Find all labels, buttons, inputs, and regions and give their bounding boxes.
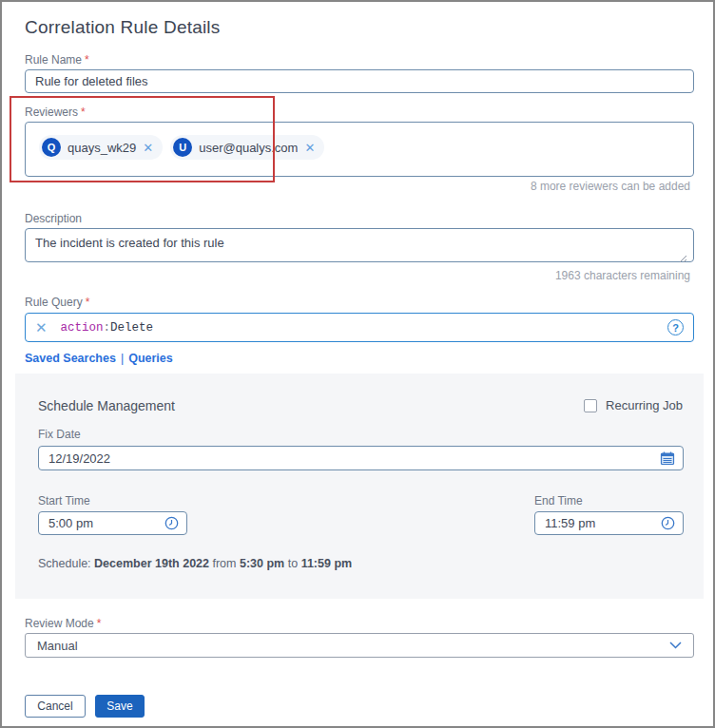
rule-name-label: Rule Name* [25, 53, 89, 67]
schedule-end: 11:59 pm [301, 557, 353, 570]
recurring-job-checkbox[interactable] [584, 399, 597, 412]
schedule-date: December 19th 2022 [94, 557, 209, 570]
recurring-job-option: Recurring Job [584, 398, 683, 412]
fix-date-value: 12/19/2022 [48, 451, 110, 466]
rule-query-input[interactable]: ✕ action:Delete ? [25, 313, 694, 342]
fix-date-label: Fix Date [38, 428, 81, 441]
description-textarea[interactable]: The incident is created for this rule [25, 228, 694, 262]
query-links: Saved Searches|Queries [25, 352, 173, 365]
query-text: action:Delete [61, 321, 154, 335]
queries-link[interactable]: Queries [128, 352, 173, 365]
required-asterisk: * [86, 296, 90, 309]
reviewers-input[interactable]: Q quays_wk29 ✕ U user@qualys.com ✕ [25, 122, 694, 177]
remove-reviewer-icon[interactable]: ✕ [304, 141, 315, 155]
start-time-input[interactable]: 5:00 pm [38, 511, 187, 535]
review-mode-value: Manual [37, 639, 78, 653]
save-button[interactable]: Save [95, 695, 145, 718]
end-time-input[interactable]: 11:59 pm [534, 511, 684, 535]
resize-handle-icon[interactable] [679, 250, 687, 267]
links-separator: | [121, 352, 124, 365]
reviewer-name: quays_wk29 [68, 141, 136, 155]
help-icon[interactable]: ? [667, 319, 684, 335]
description-label: Description [25, 212, 82, 225]
reviewer-chip: Q quays_wk29 ✕ [39, 135, 163, 160]
schedule-summary: Schedule: December 19th 2022 from 5:30 p… [38, 557, 352, 570]
schedule-panel-title: Schedule Management [38, 398, 175, 413]
reviewer-avatar: Q [42, 138, 61, 157]
recurring-job-label: Recurring Job [606, 398, 683, 412]
rule-name-input[interactable] [25, 69, 694, 93]
reviewer-name: user@qualys.com [199, 141, 298, 155]
start-time-value: 5:00 pm [48, 516, 93, 530]
fix-date-input[interactable]: 12/19/2022 [38, 446, 684, 470]
clear-query-icon[interactable]: ✕ [35, 319, 48, 336]
reviewers-hint: 8 more reviewers can be added [531, 180, 690, 193]
end-time-value: 11:59 pm [545, 516, 595, 530]
review-mode-select[interactable]: Manual [25, 633, 694, 658]
chevron-down-icon [669, 642, 682, 649]
description-hint: 1963 characters remaining [555, 269, 690, 282]
schedule-start: 5:30 pm [240, 557, 284, 570]
reviewer-chip: U user@qualys.com ✕ [170, 135, 324, 160]
page-title: Correlation Rule Details [25, 17, 220, 38]
cancel-button[interactable]: Cancel [25, 695, 86, 718]
start-time-label: Start Time [38, 494, 90, 508]
reviewers-label: Reviewers* [25, 105, 86, 119]
saved-searches-link[interactable]: Saved Searches [25, 352, 116, 365]
review-mode-label: Review Mode* [25, 617, 101, 630]
required-asterisk: * [97, 617, 102, 630]
clock-icon[interactable] [164, 516, 179, 530]
reviewer-avatar: U [173, 138, 192, 157]
remove-reviewer-icon[interactable]: ✕ [143, 141, 153, 155]
schedule-management-panel: Schedule Management Recurring Job Fix Da… [15, 374, 704, 599]
correlation-rule-details-form: Correlation Rule Details Rule Name* Revi… [2, 2, 713, 726]
required-asterisk: * [85, 53, 89, 67]
required-asterisk: * [81, 105, 86, 119]
rule-query-label: Rule Query* [25, 296, 89, 309]
end-time-label: End Time [534, 494, 583, 508]
clock-icon[interactable] [661, 516, 675, 530]
calendar-icon[interactable] [660, 450, 675, 466]
